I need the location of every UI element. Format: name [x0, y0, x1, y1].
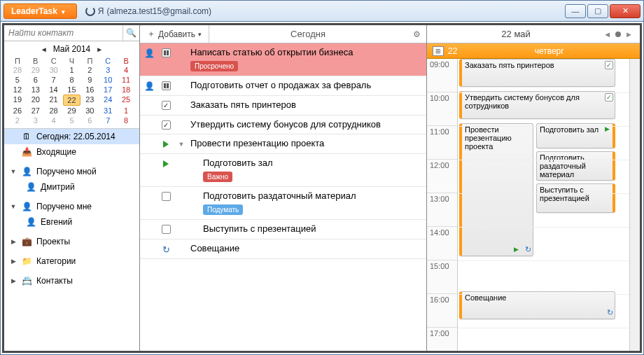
event-done-checkbox[interactable]: ▶	[512, 246, 520, 254]
event-done-checkbox[interactable]: ✓	[605, 93, 613, 102]
day-next[interactable]: ►	[622, 30, 636, 39]
calendar-day[interactable]: 6	[80, 116, 99, 125]
calendar-day[interactable]: 9	[80, 75, 99, 85]
calendar-day[interactable]: 1	[117, 106, 135, 116]
calendar-day[interactable]: 3	[27, 116, 45, 125]
calendar-day[interactable]: 13	[27, 85, 45, 95]
calendar-day[interactable]: 17	[99, 85, 117, 95]
gear-icon[interactable]: ⚙	[407, 29, 426, 39]
task-list: 👤Написать статью об открытии бизнесаПрос…	[140, 43, 426, 351]
minimize-button[interactable]: —	[565, 4, 586, 18]
calendar-day[interactable]: 14	[45, 85, 63, 95]
sync-status[interactable]: Я (almeza.test15@gmail.com)	[85, 6, 211, 16]
calendar-weekday: П	[8, 57, 27, 65]
event-block[interactable]: Заказать пять принтеров ✓	[459, 59, 615, 87]
grid-toggle-icon[interactable]: ⊞	[433, 46, 444, 56]
task-row[interactable]: ▼Провести презентацию проекта	[140, 134, 426, 154]
app-body: 🔍 ◄ Май 2014 ► ПВСЧПСВ 28293012345678910…	[2, 23, 642, 353]
calendar-day[interactable]: 23	[80, 95, 99, 106]
calendar-day[interactable]: 25	[117, 95, 135, 106]
search-input[interactable]	[4, 25, 122, 41]
play-icon[interactable]	[163, 141, 169, 148]
search-icon[interactable]: 🔍	[122, 25, 139, 41]
calendar-day[interactable]: 24	[99, 95, 117, 106]
pause-icon[interactable]	[162, 81, 171, 90]
nav-assigned-to-me-child[interactable]: 👤 Евгений	[4, 214, 139, 230]
calendar-day[interactable]: 22	[63, 95, 81, 106]
calendar-day[interactable]: 2	[80, 65, 99, 75]
checkbox-checked-icon[interactable]	[162, 101, 171, 110]
calendar-day[interactable]: 6	[27, 75, 45, 85]
calendar-day[interactable]: 30	[80, 106, 99, 116]
day-today-dot[interactable]	[615, 32, 621, 37]
calendar-day[interactable]: 28	[8, 65, 27, 75]
calendar-day[interactable]: 8	[63, 75, 81, 85]
event-block[interactable]: Выступить с презентацией	[536, 183, 615, 213]
calendar-next[interactable]: ►	[96, 46, 103, 53]
calendar-day[interactable]: 27	[27, 106, 45, 116]
calendar-day[interactable]: 29	[27, 65, 45, 75]
task-row[interactable]: ↻Совещание	[140, 239, 426, 259]
nav-projects[interactable]: ▶ 💼 Проекты	[4, 234, 139, 249]
calendar-day[interactable]: 31	[99, 106, 117, 116]
close-button[interactable]: ✕	[610, 4, 640, 18]
scrollbar[interactable]	[629, 59, 640, 351]
task-row[interactable]: Подготовить залВажно	[140, 154, 426, 187]
task-row[interactable]: Утвердить систему бонусов для сотруднико…	[140, 116, 426, 135]
calendar-day[interactable]: 8	[117, 116, 135, 125]
calendar-prev[interactable]: ◄	[41, 46, 48, 53]
nav-inbox[interactable]: 📥 Входящие	[4, 144, 139, 160]
calendar-day[interactable]: 29	[63, 106, 81, 116]
nav-categories[interactable]: ▶ 📁 Категории	[4, 253, 139, 269]
calendar-day[interactable]: 4	[117, 65, 135, 75]
task-row[interactable]: 👤Подготовить отчет о продажах за февраль	[140, 76, 426, 96]
nav-assigned-by-me[interactable]: ▼ 👤 Поручено мной	[4, 164, 139, 179]
event-done-checkbox[interactable]: ✓	[605, 61, 613, 69]
pause-icon[interactable]	[162, 48, 171, 57]
calendar-day[interactable]: 4	[45, 116, 63, 125]
checkbox-icon[interactable]	[162, 192, 171, 201]
repeat-icon[interactable]: ↻	[162, 244, 170, 255]
calendar-day[interactable]: 30	[45, 65, 63, 75]
nav-today[interactable]: 🗓 Сегодня: 22.05.2014	[4, 129, 139, 144]
chevron-down-icon[interactable]: ▼	[176, 138, 186, 148]
checkbox-checked-icon[interactable]	[162, 120, 171, 130]
nav-assigned-to-me[interactable]: ▼ 👤 Поручено мне	[4, 199, 139, 214]
calendar-day[interactable]: 15	[63, 85, 81, 95]
calendar-day[interactable]: 20	[27, 95, 45, 106]
calendar-day[interactable]: 11	[117, 75, 135, 85]
calendar-day[interactable]: 1	[63, 65, 81, 75]
task-row[interactable]: Заказать пять принтеров	[140, 96, 426, 116]
calendar-day[interactable]: 10	[99, 75, 117, 85]
event-block[interactable]: Совещание ↻	[459, 291, 615, 319]
event-block[interactable]: Провести презентацию проекта ▶ ↻	[459, 123, 533, 256]
calendar-day[interactable]: 12	[8, 85, 27, 95]
checkbox-icon[interactable]	[162, 225, 171, 234]
calendar-day[interactable]: 5	[8, 75, 27, 85]
event-canvas[interactable]: Заказать пять принтеров ✓ Утвердить сист…	[458, 59, 629, 351]
calendar-day[interactable]: 7	[99, 116, 117, 125]
maximize-button[interactable]: ▢	[587, 4, 608, 18]
event-block[interactable]: Подготовить раздаточный материал	[536, 151, 615, 181]
day-prev[interactable]: ◄	[601, 30, 614, 39]
task-row[interactable]: Подготовить раздаточный материалПодумать	[140, 187, 426, 220]
play-icon[interactable]	[163, 160, 169, 167]
calendar-day[interactable]: 5	[63, 116, 81, 125]
calendar-day[interactable]: 28	[45, 106, 63, 116]
calendar-day[interactable]: 16	[80, 85, 99, 95]
calendar-day[interactable]: 21	[45, 95, 63, 106]
add-task-button[interactable]: ＋ Добавить ▾	[140, 25, 209, 43]
calendar-day[interactable]: 2	[8, 116, 27, 125]
nav-contacts[interactable]: ▶ 📇 Контакты	[4, 273, 139, 288]
task-row[interactable]: Выступить с презентацией	[140, 220, 426, 239]
calendar-day[interactable]: 19	[8, 95, 27, 106]
task-row[interactable]: 👤Написать статью об открытии бизнесаПрос…	[140, 43, 426, 76]
calendar-day[interactable]: 3	[99, 65, 117, 75]
calendar-day[interactable]: 7	[45, 75, 63, 85]
event-block[interactable]: Утвердить систему бонусов для сотруднико…	[459, 91, 615, 119]
calendar-day[interactable]: 18	[117, 85, 135, 95]
app-menu-button[interactable]: LeaderTask	[4, 4, 77, 19]
event-block[interactable]: Подготовить зал ▶	[536, 123, 615, 148]
calendar-day[interactable]: 26	[8, 106, 27, 116]
nav-assigned-by-me-child[interactable]: 👤 Дмитрий	[4, 179, 139, 195]
